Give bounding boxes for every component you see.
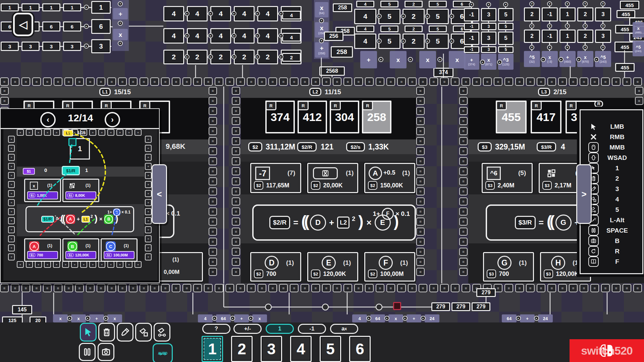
conveyor-cell: = [8,244,15,251]
conveyor-cell: = [416,147,425,155]
conveyor-cell: = [322,77,331,86]
conveyor-cell: = [215,77,223,86]
l3-result-box-selected[interactable]: R455 [496,101,527,133]
conveyor-cell: = [8,181,15,188]
l2-letter-card-e[interactable]: E (1) $2120,00K [307,252,358,282]
l2-letter-card-d[interactable]: D (1) $2700 [250,252,301,282]
mini-letter-card-a[interactable]: A (1) $1700 [24,238,61,262]
mini-upgrade-card[interactable]: x (1) $11,00K [24,179,61,202]
value-box[interactable]: 279 [476,288,496,297]
l2-result-box[interactable]: R412 [298,101,327,133]
number-tile-2[interactable]: 2 [231,336,253,362]
popup-preview: ========================================… [3,129,158,281]
mode-pill-1[interactable]: ? [202,324,230,334]
belt-op-cell[interactable]: + [407,314,421,322]
conveyor-cell: = [376,77,384,86]
formula-letter-g: G [555,215,572,231]
belt-op-cell[interactable]: + [89,314,104,322]
conveyor-cell: = [301,77,309,86]
mini-upgrade-card[interactable]: (1) $18,00K [62,179,99,202]
flow-node: ▾ [600,23,605,28]
conveyor-cell: = [459,117,468,125]
l2-letter-card-f[interactable]: F (1) $2100,00M [364,252,415,282]
x-icon: x [30,182,38,190]
popup-collapse-tab[interactable]: < [152,164,167,224]
pager-prev-button[interactable]: ‹ [40,112,56,127]
camera-tool-button[interactable] [98,343,114,361]
number-tile-4[interactable]: 4 [290,336,312,362]
belt-op-cell[interactable]: x [388,314,403,322]
belt-op-cell[interactable]: x [107,314,122,322]
l3-letter-card-g[interactable]: G (1) $3700 [483,252,534,282]
mini-letter-card-b[interactable]: B (1) $1120,00K [62,238,99,262]
mini-letter-a: A [66,215,75,224]
conveyor-cell: = [601,77,610,86]
l2-upgrade-card-speed[interactable]: (1) $220,00K [307,163,358,193]
l3-result-box[interactable]: R417 [531,101,561,133]
number-tile-1[interactable]: 1 [202,336,223,362]
l2-result-box[interactable]: R304 [330,101,359,133]
trash-tool-button[interactable] [98,323,115,342]
keybind-row-2: 2 [586,173,642,184]
belt-op-cell[interactable]: + [520,314,535,322]
belt-op-cell[interactable]: + [234,314,249,322]
brush-link-tool-button[interactable] [154,323,170,342]
belt-op-cell[interactable]: 4 [198,314,213,322]
back-icon: ◁ [19,18,28,31]
belt-op-cell[interactable]: 64 [370,314,385,322]
belt-op-cell[interactable]: x [71,314,86,322]
keybind-label: 4 [601,196,642,203]
number-tile-5[interactable]: 5 [320,336,341,362]
l2-persec-badge: $2/s [346,142,365,152]
mode-pill-5[interactable]: ax [330,324,358,334]
brush-copy-tool-button[interactable] [135,323,152,342]
conveyor-cell: = [459,187,468,195]
conveyor-cell: = [416,167,425,175]
conveyor-cell: = [8,253,15,260]
mode-pill-4[interactable]: -1 [298,324,326,334]
l2-upgrade-card-minus7[interactable]: -7 (7) $2117,65M [250,163,301,193]
value-box[interactable]: 279 [451,302,470,311]
conveyor-cell: = [8,190,15,197]
l2-upgrade-card-a-bonus[interactable]: A +0.5 (1) $2150,00K [364,163,415,193]
flow-node: ▸ [231,54,236,59]
l2-result-box[interactable]: R374 [265,101,295,133]
l3-rate-value: 4 [561,142,565,152]
value-box[interactable]: 279 [472,302,490,311]
pause-tool-button[interactable] [79,343,96,361]
pager-next-button[interactable]: › [105,112,120,127]
mode-pill-2[interactable]: +/- [233,324,262,334]
back-button[interactable]: ◁ [13,13,33,36]
pipette-tool-button[interactable] [117,323,133,342]
conveyor-cell: = [209,117,217,125]
conveyor-cell: = [612,77,621,86]
belt-op-cell[interactable]: 64 [216,314,231,322]
keybinds-collapse-tab[interactable]: > [576,164,592,224]
belt-op-cell[interactable]: x [252,314,267,322]
belt-op-cell[interactable]: x [53,314,68,322]
belt-op-cell[interactable]: 24 [538,314,553,322]
belt-op-cell[interactable]: 24 [425,314,439,322]
value-box[interactable]: 279 [431,302,450,311]
belt-op-cell[interactable]: 4 [352,314,367,322]
number-tile-6[interactable]: 6 [349,336,371,362]
mini-selected-cell[interactable] [68,138,76,146]
conveyor-cell: = [416,197,425,205]
panel-l2-badge: L2 [309,88,321,96]
conveyor-cell: = [161,77,170,86]
value-box[interactable]: 145 [12,305,32,314]
cursor-tool-button[interactable] [80,323,97,342]
conveyor-cell: = [232,137,240,145]
l3-upgrade-card-pow6[interactable]: ^6 (5) $32,40M [482,163,533,193]
number-tile-3[interactable]: 3 [261,336,282,362]
error-cell[interactable] [393,302,401,310]
grid-icon [544,167,558,180]
auto-link-button[interactable]: AUTO [153,343,173,362]
l2-result-box-selected[interactable]: R258 [362,101,391,133]
conveyor-cell: = [86,77,95,86]
conveyor-cell: = [483,77,492,86]
flow-node: ▸ [377,14,382,19]
mode-pill-3[interactable]: 1 [266,324,294,334]
mini-letter-card-c[interactable]: C (1) $1100,00M [101,238,138,262]
belt-op-cell[interactable]: 64 [502,314,517,322]
